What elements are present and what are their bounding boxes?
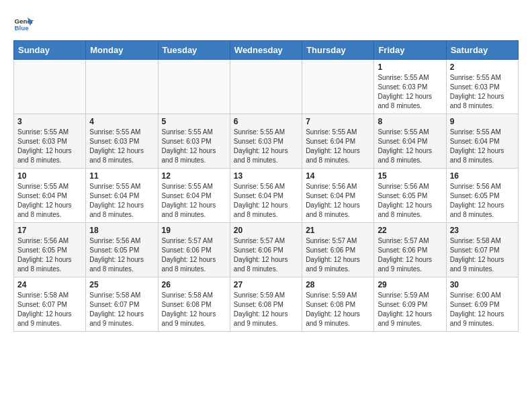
day-number: 7 [306, 117, 370, 126]
day-number: 22 [378, 226, 442, 235]
day-info: Sunrise: 5:55 AM Sunset: 6:04 PM Dayligh… [89, 182, 154, 220]
day-number: 18 [89, 226, 154, 235]
day-number: 25 [89, 280, 154, 289]
day-info: Sunrise: 5:56 AM Sunset: 6:05 PM Dayligh… [17, 236, 82, 274]
calendar-week-0: 1Sunrise: 5:55 AM Sunset: 6:03 PM Daylig… [14, 60, 519, 114]
day-info: Sunrise: 5:57 AM Sunset: 6:06 PM Dayligh… [306, 236, 370, 274]
day-number: 26 [162, 280, 226, 289]
calendar-cell: 4Sunrise: 5:55 AM Sunset: 6:03 PM Daylig… [86, 114, 158, 169]
day-number: 12 [162, 171, 226, 181]
header-day-tuesday: Tuesday [158, 41, 230, 60]
calendar-cell: 19Sunrise: 5:57 AM Sunset: 6:06 PM Dayli… [158, 223, 230, 277]
calendar-cell: 29Sunrise: 5:59 AM Sunset: 6:09 PM Dayli… [374, 277, 446, 332]
calendar-cell: 5Sunrise: 5:55 AM Sunset: 6:03 PM Daylig… [158, 114, 230, 169]
day-number: 21 [306, 226, 370, 235]
calendar-cell: 13Sunrise: 5:56 AM Sunset: 6:04 PM Dayli… [230, 169, 302, 223]
day-number: 19 [162, 226, 226, 235]
calendar-cell: 21Sunrise: 5:57 AM Sunset: 6:06 PM Dayli… [302, 223, 374, 277]
header-day-monday: Monday [86, 41, 158, 60]
day-number: 11 [89, 171, 154, 181]
day-number: 15 [378, 171, 442, 181]
day-info: Sunrise: 5:55 AM Sunset: 6:03 PM Dayligh… [378, 73, 442, 111]
calendar-cell: 16Sunrise: 5:56 AM Sunset: 6:05 PM Dayli… [446, 169, 518, 223]
calendar-cell: 30Sunrise: 6:00 AM Sunset: 6:09 PM Dayli… [446, 277, 518, 332]
day-info: Sunrise: 5:55 AM Sunset: 6:04 PM Dayligh… [162, 182, 226, 220]
logo-icon: General Blue [13, 13, 34, 34]
day-number: 8 [378, 117, 442, 126]
calendar-week-1: 3Sunrise: 5:55 AM Sunset: 6:03 PM Daylig… [14, 114, 519, 169]
header-day-saturday: Saturday [446, 41, 518, 60]
day-number: 5 [162, 117, 226, 126]
day-number: 3 [17, 117, 82, 126]
day-info: Sunrise: 5:57 AM Sunset: 6:06 PM Dayligh… [162, 236, 226, 274]
calendar-cell: 17Sunrise: 5:56 AM Sunset: 6:05 PM Dayli… [14, 223, 86, 277]
day-info: Sunrise: 5:58 AM Sunset: 6:07 PM Dayligh… [17, 291, 82, 328]
calendar-body: 1Sunrise: 5:55 AM Sunset: 6:03 PM Daylig… [14, 60, 519, 332]
day-number: 27 [234, 280, 298, 289]
day-number: 4 [89, 117, 154, 126]
calendar-cell: 20Sunrise: 5:57 AM Sunset: 6:06 PM Dayli… [230, 223, 302, 277]
calendar-header: SundayMondayTuesdayWednesdayThursdayFrid… [14, 41, 519, 60]
day-number: 17 [17, 226, 82, 235]
calendar-cell: 9Sunrise: 5:55 AM Sunset: 6:04 PM Daylig… [446, 114, 518, 169]
calendar-cell: 14Sunrise: 5:56 AM Sunset: 6:04 PM Dayli… [302, 169, 374, 223]
day-info: Sunrise: 5:58 AM Sunset: 6:07 PM Dayligh… [450, 236, 515, 274]
day-info: Sunrise: 5:55 AM Sunset: 6:04 PM Dayligh… [378, 128, 442, 165]
header-day-wednesday: Wednesday [230, 41, 302, 60]
day-info: Sunrise: 5:56 AM Sunset: 6:04 PM Dayligh… [306, 182, 370, 220]
header-day-thursday: Thursday [302, 41, 374, 60]
calendar-cell: 26Sunrise: 5:58 AM Sunset: 6:08 PM Dayli… [158, 277, 230, 332]
calendar-cell: 28Sunrise: 5:59 AM Sunset: 6:08 PM Dayli… [302, 277, 374, 332]
day-number: 16 [450, 171, 515, 181]
calendar-cell: 11Sunrise: 5:55 AM Sunset: 6:04 PM Dayli… [86, 169, 158, 223]
calendar-cell: 2Sunrise: 5:55 AM Sunset: 6:03 PM Daylig… [446, 60, 518, 114]
day-info: Sunrise: 5:55 AM Sunset: 6:03 PM Dayligh… [450, 73, 515, 111]
day-number: 2 [450, 62, 515, 72]
day-info: Sunrise: 5:56 AM Sunset: 6:05 PM Dayligh… [378, 182, 442, 220]
day-number: 30 [450, 280, 515, 289]
page-header: General Blue [13, 13, 519, 34]
day-info: Sunrise: 5:58 AM Sunset: 6:07 PM Dayligh… [89, 291, 154, 328]
calendar-cell: 23Sunrise: 5:58 AM Sunset: 6:07 PM Dayli… [446, 223, 518, 277]
day-info: Sunrise: 5:55 AM Sunset: 6:03 PM Dayligh… [17, 128, 82, 165]
header-day-friday: Friday [374, 41, 446, 60]
day-info: Sunrise: 5:55 AM Sunset: 6:03 PM Dayligh… [162, 128, 226, 165]
day-number: 23 [450, 226, 515, 235]
day-info: Sunrise: 5:59 AM Sunset: 6:09 PM Dayligh… [378, 291, 442, 328]
calendar-cell: 7Sunrise: 5:55 AM Sunset: 6:04 PM Daylig… [302, 114, 374, 169]
day-info: Sunrise: 5:55 AM Sunset: 6:04 PM Dayligh… [17, 182, 82, 220]
calendar-cell: 25Sunrise: 5:58 AM Sunset: 6:07 PM Dayli… [86, 277, 158, 332]
calendar-cell: 3Sunrise: 5:55 AM Sunset: 6:03 PM Daylig… [14, 114, 86, 169]
calendar-cell [86, 60, 158, 114]
calendar-week-4: 24Sunrise: 5:58 AM Sunset: 6:07 PM Dayli… [14, 277, 519, 332]
calendar-cell: 22Sunrise: 5:57 AM Sunset: 6:06 PM Dayli… [374, 223, 446, 277]
day-number: 29 [378, 280, 442, 289]
day-info: Sunrise: 5:55 AM Sunset: 6:04 PM Dayligh… [306, 128, 370, 165]
calendar-cell: 6Sunrise: 5:55 AM Sunset: 6:03 PM Daylig… [230, 114, 302, 169]
day-info: Sunrise: 5:57 AM Sunset: 6:06 PM Dayligh… [234, 236, 298, 274]
day-info: Sunrise: 5:56 AM Sunset: 6:05 PM Dayligh… [89, 236, 154, 274]
day-number: 13 [234, 171, 298, 181]
day-info: Sunrise: 5:59 AM Sunset: 6:08 PM Dayligh… [234, 291, 298, 328]
header-day-sunday: Sunday [14, 41, 86, 60]
calendar-cell [230, 60, 302, 114]
day-info: Sunrise: 6:00 AM Sunset: 6:09 PM Dayligh… [450, 291, 515, 328]
calendar-cell: 10Sunrise: 5:55 AM Sunset: 6:04 PM Dayli… [14, 169, 86, 223]
header-row: SundayMondayTuesdayWednesdayThursdayFrid… [14, 41, 519, 60]
day-number: 20 [234, 226, 298, 235]
day-info: Sunrise: 5:56 AM Sunset: 6:05 PM Dayligh… [450, 182, 515, 220]
day-number: 10 [17, 171, 82, 181]
day-number: 1 [378, 62, 442, 72]
day-number: 14 [306, 171, 370, 181]
calendar-cell: 1Sunrise: 5:55 AM Sunset: 6:03 PM Daylig… [374, 60, 446, 114]
day-info: Sunrise: 5:58 AM Sunset: 6:08 PM Dayligh… [162, 291, 226, 328]
svg-text:Blue: Blue [15, 24, 30, 32]
calendar-cell: 8Sunrise: 5:55 AM Sunset: 6:04 PM Daylig… [374, 114, 446, 169]
day-info: Sunrise: 5:55 AM Sunset: 6:03 PM Dayligh… [89, 128, 154, 165]
day-info: Sunrise: 5:56 AM Sunset: 6:04 PM Dayligh… [234, 182, 298, 220]
calendar-cell: 24Sunrise: 5:58 AM Sunset: 6:07 PM Dayli… [14, 277, 86, 332]
day-number: 24 [17, 280, 82, 289]
day-number: 28 [306, 280, 370, 289]
day-info: Sunrise: 5:59 AM Sunset: 6:08 PM Dayligh… [306, 291, 370, 328]
calendar-cell [302, 60, 374, 114]
